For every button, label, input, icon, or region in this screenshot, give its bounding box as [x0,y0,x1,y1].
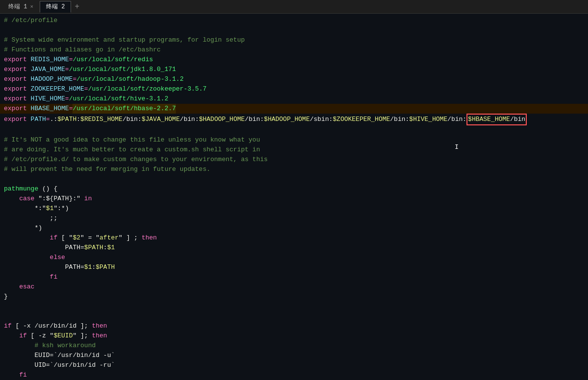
tab-label-2: 终端 2 [46,2,65,11]
code-text: esac [4,282,34,292]
code-line-hbase: export HBASE_HOME=/usr/local/soft/hbase-… [0,104,588,114]
tab-close-1[interactable]: × [30,4,33,10]
code-line: export JAVA_HOME=/usr/local/soft/jdk1.8.… [0,65,588,74]
code-line: PATH=$PATH:$1 [0,243,588,253]
code-text: fi [4,272,57,282]
code-line-path: export PATH=.:$PATH:$REDIS_HOME/bin:$JAV… [0,114,588,125]
code-text: " ]; [73,331,92,341]
code-text: $REDIS_HOME [80,115,122,124]
hbase-path-red-border: $HBASE_HOME/bin [466,114,527,125]
code-text: # will prevent the need for merging in f… [4,165,210,174]
code-text: $2 [73,233,80,243]
code-line: # /etc/profile [0,16,588,25]
code-text: fi [4,370,27,380]
code-line: EUID=`/usr/bin/id -u` [0,351,588,360]
code-text: export [4,94,31,104]
code-text: if [4,233,57,243]
code-text: UID=`/usr/bin/id -ru` [4,360,115,370]
code-text: export [4,55,31,65]
code-line: if [ -z "$EUID" ]; then [0,331,588,341]
code-text: $JAVA_HOME [142,115,180,124]
code-text: HBASE_HOME [31,104,69,114]
code-text: in [84,194,92,204]
code-line: # ksh workaround [0,341,588,351]
code-line: *:"$1":*) [0,204,588,214]
code-text: /sbin: [310,115,333,124]
code-text: export [4,65,31,74]
code-line: # will prevent the need for merging in f… [0,165,588,174]
code-line: # are doing. It's much better to create … [0,145,588,155]
code-text: $1 [84,262,92,272]
code-text: /usr/local/soft/hadoop-3.1.2 [76,74,183,84]
code-line: export ZOOKEEPER_HOME=/usr/local/soft/zo… [0,84,588,94]
code-text: then [92,331,107,341]
code-line: # /etc/profile.d/ to make custom changes… [0,155,588,165]
code-text: after [99,233,119,243]
code-text: /bin: [245,115,264,124]
code-text: PATH= [4,262,84,272]
code-text: # /etc/profile.d/ to make custom changes… [4,155,268,165]
code-text: /bin: [447,115,466,124]
code-text: ":*) [53,204,69,214]
code-text: " = " [80,233,99,243]
tab-label-1: 终端 1 [8,2,27,11]
code-text: pathmunge [4,184,38,194]
code-text: $PATH [96,262,115,272]
code-text: [ " [57,233,73,243]
code-line [0,174,588,184]
code-text: [ -z " [27,331,54,341]
code-text: PATH [31,115,46,124]
code-text: $EUID [53,331,73,341]
code-text: PATH= [4,243,84,253]
code-text: HIVE_HOME [31,94,65,104]
code-line: UID=`/usr/bin/id -ru` [0,360,588,370]
code-text: ;; [4,214,57,223]
code-text: # It's NOT a good idea to change this fi… [4,135,260,145]
code-line: else [0,253,588,262]
code-text: /bin: [122,115,142,124]
code-text: then [92,321,107,331]
code-text: else [4,253,65,262]
code-text: /usr/local/soft/jdk1.8.0_171 [69,65,176,74]
code-text: # /etc/profile [4,16,57,25]
code-text: /usr/local/soft/hive-3.1.2 [69,94,169,104]
code-text: # System wide environment and startup pr… [4,35,245,45]
code-text: EUID=`/usr/bin/id -u` [4,351,115,360]
code-text: () { [38,184,57,194]
code-text: [ -x /usr/bin/id ]; [12,321,92,331]
hbase-path-highlight: /usr/local/soft/hbase-2.2.7 [73,104,176,114]
code-text: $HIVE_HOME [409,115,447,124]
code-text: JAVA_HOME [31,65,65,74]
code-line: } [0,292,588,302]
code-text: export [4,104,31,114]
code-text: REDIS_HOME [31,55,69,65]
code-line: *) [0,223,588,233]
code-text: : [103,243,107,253]
code-text: = [65,65,69,74]
code-text: *) [4,223,42,233]
code-text: $1 [107,243,115,253]
code-text: = [69,104,73,114]
code-text: = [69,55,73,65]
code-text: $ZOOKEEPER_HOME [333,115,390,124]
code-line: pathmunge () { [0,184,588,194]
code-line: # It's NOT a good idea to change this fi… [0,135,588,145]
code-text: : [76,115,80,124]
code-text: : [92,262,96,272]
code-text: " ] ; [119,233,142,243]
code-line: # Functions and aliases go in /etc/bashr… [0,45,588,55]
code-line: if [ "$2" = "after" ] ; then [0,233,588,243]
tab-terminal-1[interactable]: 终端 1 × [2,1,40,13]
code-line [0,302,588,311]
code-text: = [65,94,69,104]
code-text: $1 [46,204,54,214]
code-text: = [73,74,76,84]
tab-add-button[interactable]: + [71,1,83,13]
tab-terminal-2[interactable]: 终端 2 [40,1,71,13]
code-text: then [142,233,157,243]
code-text: $PATH [84,243,103,253]
code-line: export HIVE_HOME=/usr/local/soft/hive-3.… [0,94,588,104]
code-text: /usr/local/soft/zookeeper-3.5.7 [88,84,207,94]
code-text: *:" [4,204,46,214]
code-text: export [4,115,31,124]
